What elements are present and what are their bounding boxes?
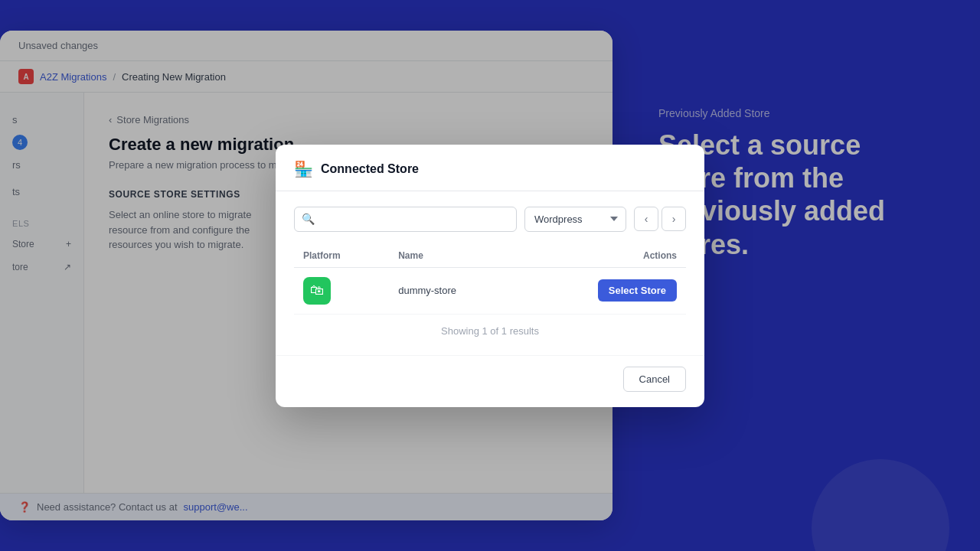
select-store-button[interactable]: Select Store bbox=[598, 279, 677, 302]
next-button[interactable]: › bbox=[662, 207, 686, 231]
modal-header-icon: 🏪 bbox=[294, 160, 313, 178]
col-name: Name bbox=[389, 244, 520, 268]
modal-overlay: 🏪 Connected Store 🔍 Wordpress Shopify Wo… bbox=[0, 0, 980, 551]
prev-button[interactable]: ‹ bbox=[634, 207, 658, 231]
cancel-button[interactable]: Cancel bbox=[623, 367, 686, 392]
table-header: Platform Name Actions bbox=[294, 244, 686, 268]
platform-icon: 🛍 bbox=[303, 277, 331, 305]
modal-body: 🔍 Wordpress Shopify WooCommerce ‹ › Pla bbox=[276, 191, 704, 355]
modal-title: Connected Store bbox=[321, 162, 419, 176]
modal-footer: Cancel bbox=[276, 355, 704, 407]
modal-header: 🏪 Connected Store bbox=[276, 145, 704, 191]
results-text: Showing 1 of 1 results bbox=[294, 315, 686, 340]
action-cell: Select Store bbox=[520, 267, 686, 314]
store-name: dummy-store bbox=[398, 285, 456, 296]
search-input[interactable] bbox=[294, 207, 517, 232]
platform-select[interactable]: Wordpress Shopify WooCommerce bbox=[524, 207, 626, 232]
table-row: 🛍 dummy-store Select Store bbox=[294, 267, 686, 314]
col-platform: Platform bbox=[294, 244, 389, 268]
connected-store-modal: 🏪 Connected Store 🔍 Wordpress Shopify Wo… bbox=[276, 145, 704, 407]
nav-buttons: ‹ › bbox=[634, 207, 686, 232]
search-box: 🔍 bbox=[294, 207, 517, 232]
search-icon: 🔍 bbox=[302, 213, 315, 225]
col-actions: Actions bbox=[520, 244, 686, 268]
name-cell: dummy-store bbox=[389, 267, 520, 314]
search-filter-row: 🔍 Wordpress Shopify WooCommerce ‹ › bbox=[294, 207, 686, 232]
store-table: Platform Name Actions 🛍 dummy-store bbox=[294, 244, 686, 315]
table-body: 🛍 dummy-store Select Store bbox=[294, 267, 686, 314]
platform-cell: 🛍 bbox=[294, 267, 389, 314]
